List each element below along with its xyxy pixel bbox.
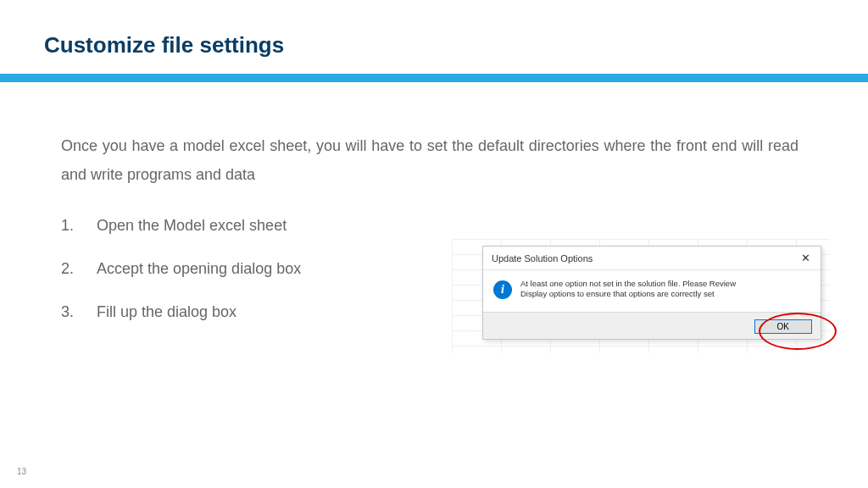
dialog-screenshot: Update Solution Options ✕ At least one o… — [482, 246, 821, 340]
intro-paragraph: Once you have a model excel sheet, you w… — [61, 131, 798, 189]
dialog-titlebar: Update Solution Options ✕ — [483, 247, 821, 270]
dialog-message: At least one option not set in the solut… — [520, 279, 736, 300]
divider-bar — [0, 74, 868, 82]
list-item: Open the Model excel sheet — [61, 214, 824, 237]
close-icon[interactable]: ✕ — [798, 252, 814, 264]
dialog-footer: OK — [483, 312, 821, 339]
dialog-message-line: Display options to ensure that options a… — [520, 289, 736, 299]
info-icon — [493, 280, 512, 299]
dialog-title: Update Solution Options — [492, 253, 593, 263]
dialog-message-line: At least one option not set in the solut… — [520, 279, 736, 289]
ok-button[interactable]: OK — [754, 319, 812, 334]
page-number: 13 — [17, 467, 26, 476]
dialog-body: At least one option not set in the solut… — [483, 270, 821, 312]
dialog-window: Update Solution Options ✕ At least one o… — [482, 246, 821, 340]
slide-title: Customize file settings — [0, 0, 868, 58]
